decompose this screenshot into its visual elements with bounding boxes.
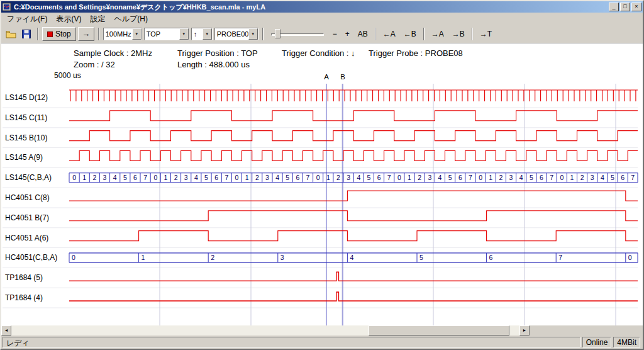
goto-trigger-button[interactable]: →T [477, 28, 495, 40]
next-b-button[interactable]: →B [449, 28, 468, 40]
svg-text:1: 1 [164, 174, 167, 181]
minimize-button[interactable]: _ [609, 3, 619, 11]
close-button[interactable]: × [631, 3, 641, 11]
chevron-down-icon[interactable]: ▼ [248, 28, 258, 40]
svg-text:5: 5 [286, 174, 289, 181]
svg-text:1: 1 [245, 174, 249, 181]
status-online: Online [582, 337, 612, 347]
horizontal-scrollbar[interactable]: ◄ ► [1, 325, 530, 336]
open-folder-icon [6, 30, 16, 38]
svg-text:2: 2 [211, 254, 214, 261]
svg-text:1: 1 [570, 174, 574, 181]
channel-label: LS145 B(10) [5, 133, 47, 143]
channel-label: LS145 A(9) [5, 152, 43, 162]
trigger-position-combobox[interactable]: TOP ▼ [144, 28, 189, 40]
channel-label: TP1684 (5) [5, 273, 43, 283]
scroll-thumb[interactable] [369, 325, 509, 336]
svg-text:0: 0 [316, 174, 320, 181]
window-title: C:¥Documents and Settings¥noname¥デスクトップ¥… [14, 3, 609, 12]
svg-text:6: 6 [621, 174, 625, 181]
stop-label: Stop [55, 30, 71, 38]
toolbar-separator [37, 28, 38, 40]
prev-a-button[interactable]: ←A [380, 28, 399, 40]
run-button[interactable]: → [78, 27, 94, 41]
svg-text:0: 0 [235, 174, 239, 181]
svg-text:1: 1 [408, 174, 411, 181]
svg-text:6: 6 [133, 174, 137, 181]
trigger-edge-combobox[interactable]: ↑ ▼ [191, 28, 213, 40]
svg-text:0: 0 [397, 174, 401, 181]
title-bar: C:¥Documents and Settings¥noname¥デスクトップ¥… [1, 1, 643, 13]
status-memory: 4MBit [613, 337, 640, 347]
waveform-canvas[interactable]: AB01234567012345670123456701234567012345… [1, 43, 643, 325]
trigger-edge-value: ↑ [192, 30, 203, 38]
svg-text:7: 7 [550, 174, 553, 181]
svg-text:6: 6 [458, 174, 462, 181]
ab-span-button[interactable]: AB [355, 28, 371, 40]
channel-label: LS145(C,B,A) [5, 172, 52, 183]
chevron-down-icon[interactable]: ▼ [203, 28, 212, 40]
next-a-button[interactable]: →A [428, 28, 447, 40]
svg-text:0: 0 [72, 174, 76, 181]
stop-button[interactable]: Stop [42, 27, 76, 41]
toolbar-separator [262, 28, 264, 40]
stop-icon [47, 31, 53, 37]
prev-b-button[interactable]: ←B [401, 28, 419, 40]
toolbar-separator [98, 28, 99, 40]
svg-text:2: 2 [336, 174, 340, 181]
svg-text:4: 4 [350, 254, 353, 261]
svg-text:0: 0 [72, 254, 75, 261]
svg-text:5: 5 [419, 254, 423, 261]
svg-text:7: 7 [306, 174, 310, 181]
svg-text:6: 6 [489, 254, 493, 261]
chevron-down-icon[interactable]: ▼ [179, 28, 189, 40]
svg-text:4: 4 [275, 174, 279, 181]
svg-text:2: 2 [174, 174, 178, 181]
clock-rate-value: 100MHz [104, 30, 132, 38]
clock-rate-combobox[interactable]: 100MHz ▼ [103, 28, 142, 40]
probe-value: PROBE00 [215, 30, 248, 38]
svg-text:5: 5 [367, 174, 370, 181]
svg-text:1: 1 [142, 254, 145, 261]
menu-help[interactable]: ヘルプ(H) [109, 13, 152, 26]
svg-text:4: 4 [194, 174, 198, 181]
menu-settings[interactable]: 設定 [86, 13, 109, 26]
application-window: C:¥Documents and Settings¥noname¥デスクトップ¥… [0, 0, 644, 350]
scroll-right-icon[interactable]: ► [519, 325, 530, 336]
zoom-out-button[interactable]: − [330, 28, 340, 40]
svg-text:2: 2 [418, 174, 421, 181]
menu-file[interactable]: ファイル(F) [3, 13, 52, 26]
channel-label: TP1684 (4) [5, 293, 43, 303]
svg-text:3: 3 [347, 174, 350, 181]
channel-label: HC4051 B(7) [5, 213, 49, 223]
zoom-in-button[interactable]: + [342, 28, 353, 40]
svg-text:5: 5 [448, 174, 452, 181]
menu-view[interactable]: 表示(V) [52, 13, 86, 26]
svg-text:1: 1 [489, 174, 492, 181]
svg-text:4: 4 [357, 174, 360, 181]
save-button[interactable] [19, 27, 33, 41]
svg-text:3: 3 [428, 174, 431, 181]
zoom-slider-thumb[interactable] [275, 29, 280, 38]
toolbar-separator [375, 28, 376, 40]
probe-combobox[interactable]: PROBE00 ▼ [214, 28, 258, 40]
svg-text:3: 3 [184, 174, 188, 181]
svg-text:5: 5 [204, 174, 208, 181]
toolbar-separator [472, 28, 473, 40]
toolbar: Stop → 100MHz ▼ TOP ▼ ↑ ▼ PROBE00 ▼ − + … [1, 25, 643, 43]
channel-label: HC4051 A(6) [5, 233, 48, 243]
chevron-down-icon[interactable]: ▼ [132, 28, 142, 40]
open-file-button[interactable] [4, 27, 18, 41]
svg-text:3: 3 [265, 174, 269, 181]
svg-text:7: 7 [225, 174, 228, 181]
status-bar: レディ Online 4MBit [1, 336, 643, 349]
zoom-slider[interactable] [270, 27, 325, 41]
maximize-button[interactable]: □ [620, 3, 630, 11]
svg-text:5: 5 [611, 174, 614, 181]
svg-text:2: 2 [255, 174, 259, 181]
svg-text:3: 3 [103, 174, 107, 181]
svg-text:2: 2 [580, 174, 584, 181]
svg-text:2: 2 [92, 174, 96, 181]
channel-label: HC4051(C,B,A) [5, 252, 57, 262]
scroll-left-icon[interactable]: ◄ [1, 325, 11, 336]
